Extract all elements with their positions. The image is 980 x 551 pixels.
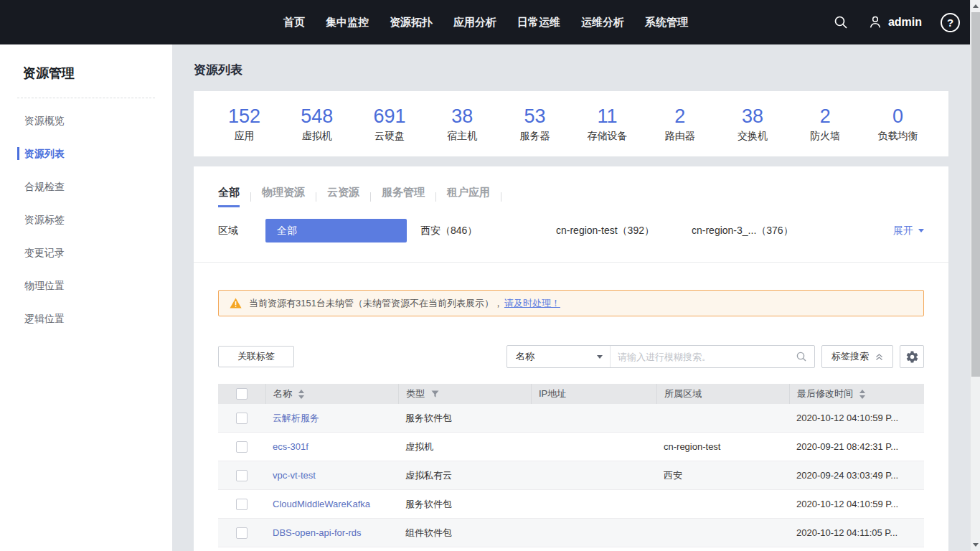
cell-modified: 2020-10-12 04:10:59 P... [789, 490, 924, 518]
tab-separator [316, 192, 316, 202]
resource-name-link[interactable]: vpc-vt-test [273, 470, 316, 481]
chevron-down-icon [918, 229, 924, 232]
sidebar-item-compliance-check[interactable]: 合规检查 [0, 170, 172, 203]
header-modified[interactable]: 最后修改时间 [789, 384, 924, 404]
warning-icon [230, 298, 242, 309]
scrollbar-thumb[interactable] [971, 12, 980, 377]
column-settings-button[interactable] [900, 345, 924, 368]
resource-name-link[interactable]: DBS-open-api-for-rds [273, 527, 362, 538]
tab-service-management[interactable]: 服务管理 [382, 186, 425, 207]
sidebar-menu: 资源概览 资源列表 合规检查 资源标签 变更记录 物理位置 逻辑位置 [0, 104, 172, 335]
row-checkbox[interactable] [236, 499, 248, 510]
sidebar-item-logical-location[interactable]: 逻辑位置 [0, 302, 172, 335]
relate-tag-button[interactable]: 关联标签 [218, 346, 294, 367]
cell-ip [531, 519, 656, 547]
nav-item-home[interactable]: 首页 [283, 16, 305, 29]
row-checkbox[interactable] [236, 413, 248, 424]
stat-routers[interactable]: 2路由器 [644, 105, 716, 143]
region-option-all[interactable]: 全部 [265, 219, 407, 242]
tab-all[interactable]: 全部 [218, 186, 240, 207]
sidebar-item-resource-list[interactable]: 资源列表 [0, 137, 172, 170]
search-field-select[interactable]: 名称 [507, 346, 611, 367]
filter-icon[interactable] [431, 390, 439, 398]
cell-modified: 2020-09-24 03:03:49 P... [789, 461, 924, 489]
row-checkbox[interactable] [236, 470, 248, 481]
global-search-icon[interactable] [833, 14, 849, 30]
select-all-checkbox[interactable] [236, 388, 248, 400]
cell-type: 服务软件包 [398, 404, 531, 432]
table-toolbar: 关联标签 名称 标签搜索 [218, 345, 924, 368]
stat-servers[interactable]: 53服务器 [499, 105, 571, 143]
stat-firewalls[interactable]: 2防火墙 [789, 105, 862, 143]
region-option-cn-region-3[interactable]: cn-region-3_...（376） [692, 225, 814, 237]
main-content: 资源列表 152应用 548虚拟机 691云硬盘 38宿主机 53服务器 11存… [172, 44, 970, 551]
sidebar-item-physical-location[interactable]: 物理位置 [0, 269, 172, 302]
expand-button[interactable]: 展开 [893, 225, 924, 237]
scroll-up-arrow-icon[interactable] [973, 4, 979, 8]
header-name[interactable]: 名称 [265, 384, 398, 404]
top-navbar: 首页 集中监控 资源拓扑 应用分析 日常运维 运维分析 系统管理 admin ? [0, 0, 970, 44]
cell-modified: 2020-10-12 04:10:59 P... [789, 404, 924, 432]
sidebar-divider [17, 98, 155, 98]
stat-switches[interactable]: 38交换机 [716, 105, 788, 143]
stat-host-machines[interactable]: 38宿主机 [426, 105, 499, 143]
resource-name-link[interactable]: ecs-301f [273, 441, 308, 452]
help-button[interactable]: ? [941, 13, 960, 32]
region-filter-label: 区域 [218, 225, 238, 237]
sidebar-item-change-records[interactable]: 变更记录 [0, 236, 172, 269]
resource-name-link[interactable]: CloudMiddleWareKafka [273, 499, 370, 509]
double-chevron-up-icon [875, 353, 883, 361]
stat-load-balancers[interactable]: 0负载均衡 [862, 105, 934, 143]
cell-region: 西安 [656, 461, 789, 489]
scroll-down-arrow-icon[interactable] [973, 543, 979, 547]
fuzzy-search-input[interactable] [611, 346, 796, 367]
nav-item-app-analysis[interactable]: 应用分析 [453, 16, 496, 29]
header-region[interactable]: 所属区域 [656, 384, 789, 404]
chevron-down-icon [597, 355, 603, 359]
region-option-cn-region-test[interactable]: cn-region-test（392） [556, 225, 678, 237]
nav-item-system-management[interactable]: 系统管理 [645, 16, 688, 29]
stat-applications[interactable]: 152应用 [208, 105, 281, 143]
tag-search-button[interactable]: 标签搜索 [821, 345, 893, 368]
page-title: 资源列表 [194, 44, 948, 78]
row-checkbox[interactable] [236, 527, 248, 539]
stat-cloud-disks[interactable]: 691云硬盘 [353, 105, 425, 143]
stat-virtual-machines[interactable]: 548虚拟机 [281, 105, 353, 143]
stat-storage-devices[interactable]: 11存储设备 [571, 105, 644, 143]
tab-cloud-resources[interactable]: 云资源 [327, 186, 359, 207]
tab-tenant-applications[interactable]: 租户应用 [447, 186, 490, 207]
cell-ip [531, 433, 656, 461]
username: admin [888, 16, 922, 29]
header-ip[interactable]: IP地址 [531, 384, 656, 404]
search-icon[interactable] [796, 351, 807, 362]
nav-item-daily-ops[interactable]: 日常运维 [517, 16, 560, 29]
section-divider [194, 262, 948, 263]
handle-now-link[interactable]: 请及时处理！ [504, 297, 560, 310]
header-type[interactable]: 类型 [398, 384, 531, 404]
table-row: DBS-open-api-for-rds 组件软件包 2020-10-12 04… [218, 519, 924, 547]
question-mark-icon: ? [947, 17, 953, 29]
cell-ip [531, 404, 656, 432]
sidebar-item-resource-tags[interactable]: 资源标签 [0, 203, 172, 236]
vertical-scrollbar[interactable] [970, 0, 980, 551]
sort-icon[interactable] [859, 390, 865, 399]
row-checkbox[interactable] [236, 441, 248, 453]
sort-icon[interactable] [298, 390, 304, 399]
nav-item-central-monitoring[interactable]: 集中监控 [326, 16, 369, 29]
active-indicator-bar [17, 147, 19, 160]
nav-item-resource-topology[interactable]: 资源拓扑 [390, 16, 433, 29]
category-tabs: 全部 物理资源 云资源 服务管理 租户应用 [218, 166, 924, 207]
sidebar-item-resource-overview[interactable]: 资源概览 [0, 104, 172, 137]
cell-modified: 2020-09-21 08:42:31 P... [789, 433, 924, 461]
resource-name-link[interactable]: 云解析服务 [273, 412, 319, 425]
region-option-xian[interactable]: 西安（846） [420, 225, 542, 237]
main-menu: 首页 集中监控 资源拓扑 应用分析 日常运维 运维分析 系统管理 [283, 0, 688, 44]
tab-physical-resources[interactable]: 物理资源 [262, 186, 305, 207]
cell-modified: 2020-10-12 04:11:05 P... [789, 519, 924, 547]
tab-separator [435, 192, 436, 202]
user-menu[interactable]: admin [867, 14, 922, 30]
table-header-row: 名称 类型 IP地址 所属区域 最后修改时间 [218, 384, 924, 404]
nav-item-ops-analysis[interactable]: 运维分析 [581, 16, 624, 29]
sidebar-title: 资源管理 [23, 65, 172, 82]
warning-banner: 当前资源有3151台未纳管（未纳管资源不在当前列表展示）， 请及时处理！ [218, 290, 924, 316]
